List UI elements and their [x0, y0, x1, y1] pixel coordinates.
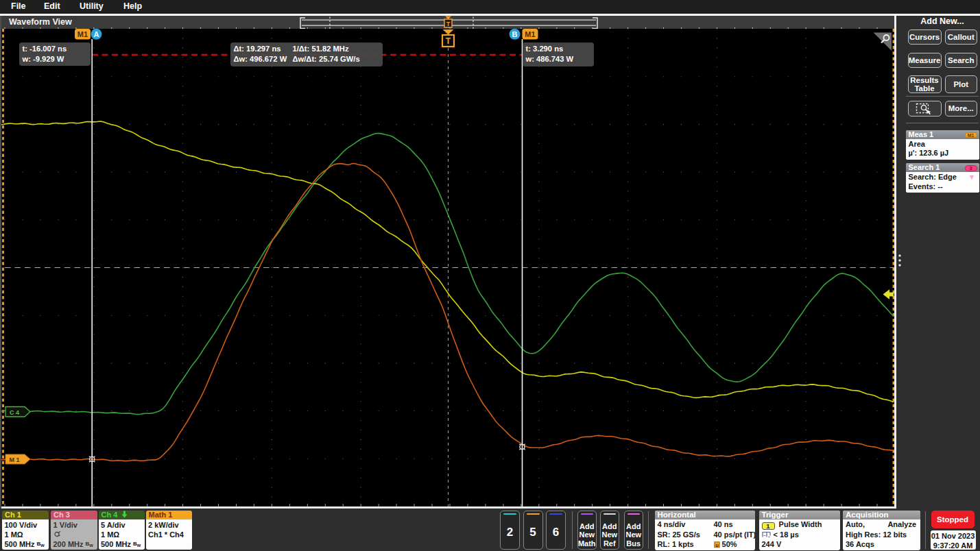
svg-text:M 1: M 1	[9, 456, 19, 463]
svg-text:T: T	[446, 20, 451, 27]
svg-text:C 4: C 4	[10, 409, 19, 416]
svg-text:T: T	[446, 36, 451, 46]
svg-text:B: B	[512, 30, 518, 38]
svg-text:M1: M1	[77, 30, 88, 38]
svg-text:M1: M1	[525, 30, 535, 38]
svg-text:u: u	[715, 541, 719, 548]
svg-text:A: A	[94, 30, 99, 38]
